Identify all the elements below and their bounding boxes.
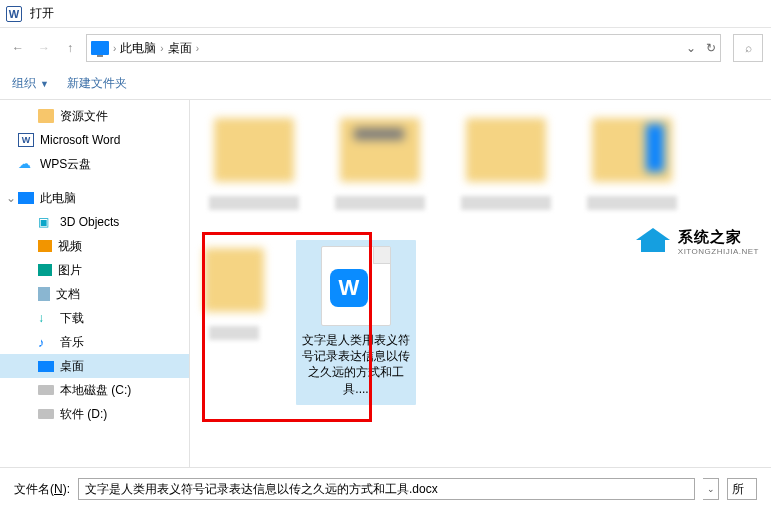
chevron-down-icon: ▼ xyxy=(40,79,49,89)
cloud-icon: ☁ xyxy=(18,157,34,171)
pc-icon xyxy=(91,41,109,55)
filename-input[interactable] xyxy=(78,478,695,500)
back-button[interactable]: ← xyxy=(8,38,28,58)
refresh-icon[interactable]: ↻ xyxy=(706,41,716,55)
navigation-bar: ← → ↑ › 此电脑 › 桌面 › ⌄ ↻ ⌕ xyxy=(0,28,771,68)
address-bar[interactable]: › 此电脑 › 桌面 › ⌄ ↻ xyxy=(86,34,721,62)
cube-icon: ▣ xyxy=(38,215,54,229)
folder-item[interactable] xyxy=(582,110,682,210)
forward-button[interactable]: → xyxy=(34,38,54,58)
chevron-right-icon: › xyxy=(196,43,199,54)
filetype-filter[interactable]: 所 xyxy=(727,478,757,500)
sidebar-drive-c[interactable]: 本地磁盘 (C:) xyxy=(0,378,189,402)
pictures-icon xyxy=(38,264,52,276)
sidebar-video[interactable]: 视频 xyxy=(0,234,189,258)
folder-item[interactable] xyxy=(204,240,264,405)
filename-label: 文件名(N): xyxy=(14,481,70,498)
file-item-docx[interactable]: W 文字是人类用表义符号记录表达信息以传之久远的方式和工具.... xyxy=(296,240,416,405)
file-list: W 文字是人类用表义符号记录表达信息以传之久远的方式和工具.... 系统之家XI… xyxy=(190,100,771,467)
titlebar: W 打开 xyxy=(0,0,771,28)
folder-item[interactable] xyxy=(330,110,430,210)
navigation-sidebar: 资源文件 WMicrosoft Word ☁WPS云盘 此电脑 ▣3D Obje… xyxy=(0,100,190,467)
chevron-right-icon: › xyxy=(113,43,116,54)
dropdown-icon[interactable]: ⌄ xyxy=(686,41,696,55)
sidebar-documents[interactable]: 文档 xyxy=(0,282,189,306)
sidebar-wps[interactable]: ☁WPS云盘 xyxy=(0,152,189,176)
word-icon: W xyxy=(18,133,34,147)
filename-dropdown[interactable]: ⌄ xyxy=(703,478,719,500)
search-icon: ⌕ xyxy=(745,41,752,55)
sidebar-resources[interactable]: 资源文件 xyxy=(0,104,189,128)
chevron-right-icon: › xyxy=(160,43,163,54)
drive-icon xyxy=(38,385,54,395)
folder-icon xyxy=(38,109,54,123)
wps-word-badge-icon: W xyxy=(330,269,368,307)
file-label: 文字是人类用表义符号记录表达信息以传之久远的方式和工具.... xyxy=(301,332,411,397)
downloads-icon: ↓ xyxy=(38,311,54,325)
pc-icon xyxy=(18,192,34,204)
sidebar-desktop[interactable]: 桌面 xyxy=(0,354,189,378)
breadcrumb-desktop[interactable]: 桌面 xyxy=(168,40,192,57)
sidebar-this-pc[interactable]: 此电脑 xyxy=(0,186,189,210)
dialog-footer: 文件名(N): ⌄ 所 工具(L) ▼ xyxy=(0,467,771,509)
organize-menu[interactable]: 组织 ▼ xyxy=(12,75,49,92)
sidebar-3d-objects[interactable]: ▣3D Objects xyxy=(0,210,189,234)
sidebar-downloads[interactable]: ↓下载 xyxy=(0,306,189,330)
drive-icon xyxy=(38,409,54,419)
folder-item[interactable] xyxy=(204,110,304,210)
document-icon: W xyxy=(321,246,391,326)
new-folder-button[interactable]: 新建文件夹 xyxy=(67,75,127,92)
window-title: 打开 xyxy=(30,5,54,22)
word-app-icon: W xyxy=(6,6,22,22)
search-box[interactable]: ⌕ xyxy=(733,34,763,62)
sidebar-drive-d[interactable]: 软件 (D:) xyxy=(0,402,189,426)
toolbar: 组织 ▼ 新建文件夹 xyxy=(0,68,771,100)
music-icon: ♪ xyxy=(38,335,54,349)
sidebar-music[interactable]: ♪音乐 xyxy=(0,330,189,354)
video-icon xyxy=(38,240,52,252)
sidebar-word[interactable]: WMicrosoft Word xyxy=(0,128,189,152)
documents-icon xyxy=(38,287,50,301)
folder-item[interactable] xyxy=(456,110,556,210)
sidebar-pictures[interactable]: 图片 xyxy=(0,258,189,282)
breadcrumb-root[interactable]: 此电脑 xyxy=(120,40,156,57)
desktop-icon xyxy=(38,361,54,372)
up-button[interactable]: ↑ xyxy=(60,38,80,58)
